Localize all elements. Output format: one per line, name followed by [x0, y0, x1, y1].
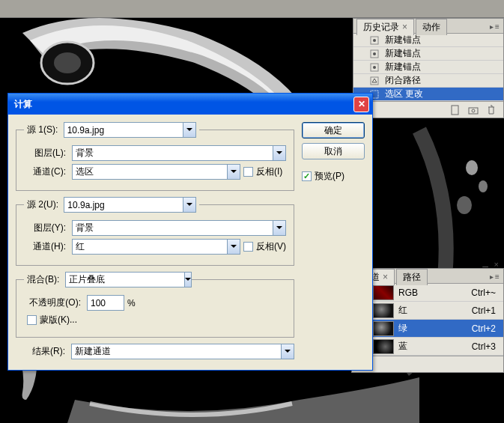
dialog-title: 计算: [14, 98, 353, 111]
source2-channel-label: 通道(H):: [24, 240, 66, 253]
source2-invert-checkbox[interactable]: 反相(V): [243, 240, 286, 253]
source1-file-input[interactable]: [64, 122, 183, 138]
channel-shortcut: Ctrl+~: [471, 287, 503, 298]
trash-icon[interactable]: [485, 104, 497, 116]
svg-point-16: [472, 109, 475, 112]
blend-legend: 混合(B):: [24, 272, 182, 287]
ok-button[interactable]: 确定: [302, 122, 365, 139]
chevron-down-icon[interactable]: [228, 164, 240, 180]
channel-item-green[interactable]: 绿 Ctrl+2: [352, 320, 503, 338]
channel-thumb: [373, 339, 394, 354]
history-item[interactable]: 新建锚点: [353, 34, 503, 47]
svg-point-7: [373, 39, 376, 42]
close-icon[interactable]: ×: [494, 260, 499, 269]
channel-item-blue[interactable]: 蓝 Ctrl+3: [352, 338, 503, 356]
source1-channel-combo[interactable]: [72, 164, 240, 180]
chevron-down-icon[interactable]: [183, 197, 196, 213]
mask-label: 蒙版(K)...: [40, 314, 77, 326]
blend-mode-combo[interactable]: [65, 272, 179, 287]
chevron-down-icon[interactable]: [185, 272, 192, 287]
checkbox-box: [302, 171, 312, 181]
anchor-icon: [368, 35, 380, 46]
chevron-down-icon[interactable]: [273, 220, 286, 236]
history-label: 新建锚点: [385, 61, 421, 73]
channel-name: 红: [398, 304, 472, 317]
channel-name: RGB: [398, 287, 471, 298]
dialog-titlebar[interactable]: 计算 ✕: [8, 94, 372, 115]
new-doc-icon[interactable]: [449, 104, 461, 116]
source1-channel-input[interactable]: [72, 164, 228, 180]
chevron-down-icon[interactable]: [282, 344, 294, 359]
history-item[interactable]: 新建锚点: [353, 61, 503, 74]
source1-file-combo[interactable]: [64, 122, 196, 138]
source2-file-input[interactable]: [64, 197, 183, 213]
close-icon[interactable]: ×: [383, 272, 388, 282]
channel-shortcut: Ctrl+2: [472, 323, 503, 334]
svg-point-9: [373, 52, 376, 55]
history-item[interactable]: 选区 更改: [353, 88, 503, 101]
blend-mode-input[interactable]: [65, 272, 185, 287]
percent-label: %: [127, 298, 136, 308]
history-footer: [353, 101, 503, 118]
source2-channel-input[interactable]: [72, 239, 228, 255]
channel-item-red[interactable]: 红 Ctrl+1: [352, 302, 503, 320]
close-icon[interactable]: ×: [402, 22, 407, 32]
cancel-button[interactable]: 取消: [302, 143, 365, 159]
chevron-down-icon[interactable]: [273, 145, 286, 161]
source2-group: 源 2(U): 图层(Y): 通道(H): 反相(V): [16, 197, 294, 266]
channels-footer: [352, 356, 503, 372]
tab-history-label: 历史记录: [363, 22, 399, 32]
result-label: 结果(R):: [16, 345, 65, 358]
source2-layer-label: 图层(Y):: [24, 222, 66, 234]
anchor-icon: [368, 49, 380, 59]
source2-channel-combo[interactable]: [72, 239, 240, 255]
preview-checkbox[interactable]: 预览(P): [302, 170, 365, 183]
opacity-label: 不透明度(O):: [24, 296, 81, 309]
svg-point-5: [457, 196, 472, 214]
svg-point-2: [54, 52, 81, 73]
blend-legend-text: 混合(B):: [27, 274, 59, 284]
dialog-left: 源 1(S): 图层(L): 通道(C): 反相(I) 源 2(U):: [16, 122, 294, 362]
tab-history[interactable]: 历史记录×: [356, 19, 414, 35]
tab-paths[interactable]: 路径: [396, 269, 428, 285]
svg-point-4: [479, 180, 488, 192]
anchor-icon: [368, 62, 380, 73]
preview-label: 预览(P): [315, 170, 344, 183]
source2-file-combo[interactable]: [64, 197, 196, 213]
checkbox-box: [243, 242, 253, 252]
channel-shortcut: Ctrl+3: [472, 341, 503, 352]
source1-invert-checkbox[interactable]: 反相(I): [243, 165, 282, 178]
history-list: 新建锚点 新建锚点 新建锚点 闭合路径 选区 更改: [353, 34, 503, 101]
source1-layer-label: 图层(L):: [24, 147, 66, 159]
checkbox-box: [243, 167, 253, 177]
channels-tabs: 通道× 路径: [352, 269, 503, 284]
dialog-body: 源 1(S): 图层(L): 通道(C): 反相(I) 源 2(U):: [8, 115, 372, 370]
mask-checkbox[interactable]: 蒙版(K)...: [27, 314, 77, 326]
tab-actions[interactable]: 动作: [416, 19, 447, 35]
svg-point-11: [373, 66, 376, 69]
channel-item-rgb[interactable]: RGB Ctrl+~: [352, 284, 503, 302]
opacity-input[interactable]: [87, 295, 124, 311]
history-label: 新建锚点: [385, 34, 421, 46]
history-label: 选区 更改: [385, 88, 423, 100]
source1-group: 源 1(S): 图层(L): 通道(C): 反相(I): [16, 122, 294, 191]
history-item[interactable]: 闭合路径: [353, 74, 503, 88]
panel-menu-icon[interactable]: [490, 271, 500, 280]
chevron-down-icon[interactable]: [228, 239, 240, 255]
source2-layer-input[interactable]: [72, 220, 273, 236]
panel-menu-icon[interactable]: [490, 21, 500, 30]
source2-layer-combo[interactable]: [72, 220, 286, 236]
source1-layer-input[interactable]: [72, 145, 273, 161]
history-item[interactable]: 新建锚点: [353, 47, 503, 61]
close-button[interactable]: ✕: [353, 97, 369, 112]
new-snapshot-icon[interactable]: [467, 104, 479, 116]
channel-name: 蓝: [398, 340, 472, 353]
dialog-right: 确定 取消 预览(P): [302, 122, 365, 362]
source1-legend-text: 源 1(S):: [27, 124, 58, 135]
chevron-down-icon[interactable]: [183, 122, 196, 138]
result-input[interactable]: [71, 344, 282, 359]
channel-thumb: [373, 285, 394, 300]
result-combo[interactable]: [71, 344, 294, 359]
source1-layer-combo[interactable]: [72, 145, 286, 161]
source1-legend: 源 1(S):: [24, 122, 199, 138]
